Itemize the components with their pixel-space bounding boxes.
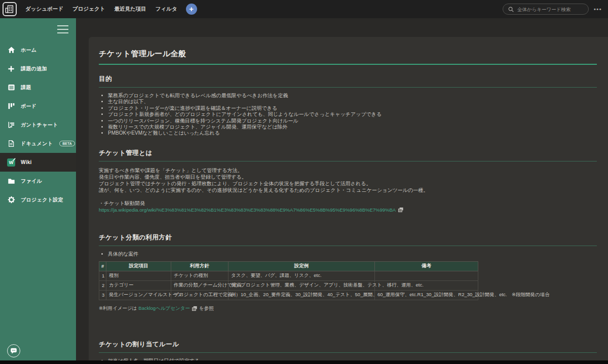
col-header: 設定項目 [106,262,171,271]
board-icon [7,102,15,110]
sidebar-item-home[interactable]: ホーム [0,41,76,59]
sidebar-item-wiki[interactable]: W Wiki [0,153,76,172]
list-item: 主な目的は以下、 [108,99,597,105]
search-icon [508,6,514,13]
table-note: ※利用イメージはBacklogヘルプセンター を参照 [99,305,597,312]
col-header: 備考 [375,262,478,271]
sidebar-item-board[interactable]: ボード [0,97,76,115]
gantt-chart-icon [7,121,15,129]
nav-recently-viewed[interactable]: 最近見た項目 [109,6,150,13]
global-add-button[interactable]: + [186,4,197,15]
search-input[interactable] [517,7,583,12]
table-row: 3 発生バージョン／マイルストーン プロジェクトの工程で定義 例）10_企画、2… [99,291,478,300]
col-header: 利用方針 [171,262,229,271]
table-header-row: # 設定項目 利用方針 設定例 備考 [99,262,478,271]
note-suffix: を参照 [199,305,214,312]
section-heading: チケットの割り当てルール [99,340,597,353]
window-bottom-edge [0,360,608,364]
folder-icon [7,177,15,185]
cell-policy: プロジェクトの工程で定義 [171,291,229,300]
project-sidebar: ホーム 課題の追加 課題 [0,18,76,364]
list-item: プロジェクト新規参画者が、どのプロジェクトにアサインされても、同じようなルールで… [108,111,597,117]
list-item: 具体的な案件 [108,251,597,257]
main-area: チケット管理ルール全般 目的 業務系のプロジェクトでも転用できるレベル感の最低限… [76,18,608,364]
note-prefix: ※利用イメージは [99,305,137,312]
sidebar-item-files[interactable]: ファイル [0,172,76,190]
cell-example: 例）プロジェクト管理、業務、デザイン、アプリ、技術基盤、テスト、移行、運用、et… [229,281,375,291]
sidebar-item-label: ファイル [21,178,42,185]
table-row: 2 カテゴリー 作業の分類／チーム分けで定義 例）プロジェクト管理、業務、デザイ… [99,281,478,291]
backlog-help-link[interactable]: Backlogヘルプセンター [138,305,190,312]
list-item: プロジェクト・リーダーが楽に進捗や課題を確認＆オーナーに説明できる [108,105,597,111]
classification-table: # 設定項目 利用方針 設定例 備考 1 種別 チケットの種別 タスク、要望、バ… [99,261,478,300]
section-about: チケット管理とは 実施するべき作業や課題を「チケット」として管理する方法。 発生… [99,149,597,213]
cell-num: 1 [99,271,106,281]
section-heading: チケット管理とは [99,149,597,161]
external-copy-icon [398,207,404,213]
top-nav: ダッシュボード プロジェクト 最近見た項目 フィルタ [21,6,182,13]
cell-item: 種別 [106,271,171,281]
building-icon [5,4,15,14]
cell-item: 発生バージョン／マイルストーン [106,291,171,300]
sidebar-item-label: ガントチャート [21,122,58,129]
sidebar-item-label: Wiki [21,159,32,165]
nav-dashboard[interactable]: ダッシュボード [21,6,68,13]
about-paragraph: 実施するべき作業や課題を「チケット」として管理する方法。 発生日や作業内容、優先… [99,167,597,193]
sidebar-item-label: ドキュメント [21,140,53,147]
top-bar: ダッシュボード プロジェクト 最近見た項目 フィルタ + ••• [0,0,608,18]
sidebar-item-project-settings[interactable]: プロジェクト設定 [0,190,76,209]
cell-item: カテゴリー [106,281,171,291]
paragraph-line: 誰が、何を、いつ、どのように実施するのか、その進捗状況はどうかを見える化するため… [99,187,597,193]
list-item: 複数リリースでの大規模プロジェクト、アジャイル開発、運用保守などは除外 [108,124,597,130]
sidebar-item-label: ホーム [21,47,36,54]
cell-num: 2 [99,281,106,291]
reference-label: ・チケット駆動開発 [99,200,597,207]
nav-filters[interactable]: フィルタ [151,6,182,13]
chat-support-button[interactable] [7,344,20,357]
cell-policy: チケットの種別 [171,271,229,281]
wikipedia-link[interactable]: https://ja.wikipedia.org/wiki/%E3%83%81%… [99,207,396,213]
cell-example: 例）10_企画、20_要件定義、30_設計開発、40_テスト、50_展開、60_… [229,291,375,300]
sidebar-item-issues[interactable]: 課題 [0,78,76,97]
section-classification: チケット分類の利用方針 具体的な案件 # 設定項目 利用方針 設定例 備考 1 [99,233,597,312]
wiki-page-panel: チケット管理ルール全般 目的 業務系のプロジェクトでも転用できるレベル感の最低限… [89,37,608,364]
external-copy-icon [192,306,198,311]
wiki-icon: W [7,158,15,167]
sidebar-collapse-button[interactable] [57,25,68,33]
document-icon [7,140,15,148]
plus-icon [7,65,15,73]
sidebar-item-label: 課題の追加 [21,65,47,72]
section-purpose: 目的 業務系のプロジェクトでも転用できるレベル感の最低限やるべきお作法を定義 主… [99,75,597,137]
paragraph-line: プロジェクト管理ではチケットの発行・処理枚数により、プロジェクト全体の状況を把握… [99,180,597,187]
cell-remark [375,271,478,281]
global-search[interactable] [503,4,589,15]
sidebar-nav: ホーム 課題の追加 課題 [0,41,76,209]
section-heading: チケット分類の利用方針 [99,233,597,246]
classification-bullet-list: 具体的な案件 [102,251,597,257]
paragraph-line: 実施するべき作業や課題を「チケット」として管理する方法。 [99,167,597,174]
sidebar-item-gantt[interactable]: ガントチャート [0,115,76,134]
list-item: 一つのリリースバージョン、稼働目標を持つシステム開発プロジェクト向けルール [108,118,597,124]
more-menu-button[interactable]: ••• [594,6,602,12]
cell-policy: 作業の分類／チーム分けで定義 [171,281,229,291]
purpose-bullet-list: 業務系のプロジェクトでも転用できるレベル感の最低限やるべきお作法を定義 主な目的… [102,93,597,137]
sidebar-item-label: 課題 [21,84,31,91]
gear-icon [7,196,15,204]
paragraph-line: 発生日や作業内容、優先度、担当者や期日を登録して管理する。 [99,174,597,180]
sidebar-item-label: プロジェクト設定 [21,196,63,204]
col-header: 設定例 [229,262,375,271]
sidebar-item-documents[interactable]: ドキュメント BETA [0,134,76,153]
app-logo[interactable] [3,2,17,16]
sidebar-item-label: ボード [21,103,36,110]
sidebar-item-add-issue[interactable]: 課題の追加 [0,59,76,78]
home-icon [7,46,15,54]
section-heading: 目的 [99,75,597,88]
nav-projects[interactable]: プロジェクト [68,6,109,13]
list-item: 業務系のプロジェクトでも転用できるレベル感の最低限やるべきお作法を定義 [108,93,597,99]
table-row: 1 種別 チケットの種別 タスク、要望、バグ、課題、リスク、etc. [99,271,478,281]
col-header: # [99,262,106,271]
reference-block: ・チケット駆動開発 https://ja.wikipedia.org/wiki/… [99,200,597,213]
cell-num: 3 [99,291,106,300]
beta-badge: BETA [59,141,75,147]
cell-example: タスク、要望、バグ、課題、リスク、etc. [229,271,375,281]
